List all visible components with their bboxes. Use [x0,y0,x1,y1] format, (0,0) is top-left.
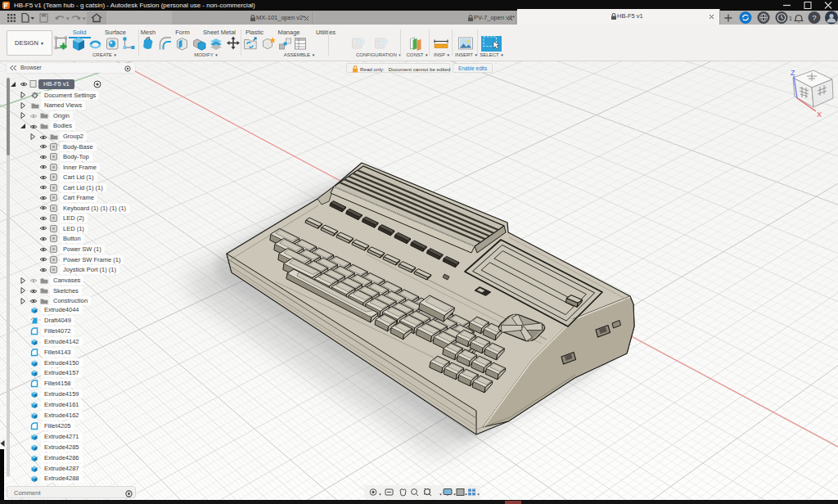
svg-text:1: 1 [789,16,792,21]
svg-text:?: ? [813,14,817,22]
svg-text:X: X [817,110,822,119]
svg-text:Z: Z [791,69,795,77]
